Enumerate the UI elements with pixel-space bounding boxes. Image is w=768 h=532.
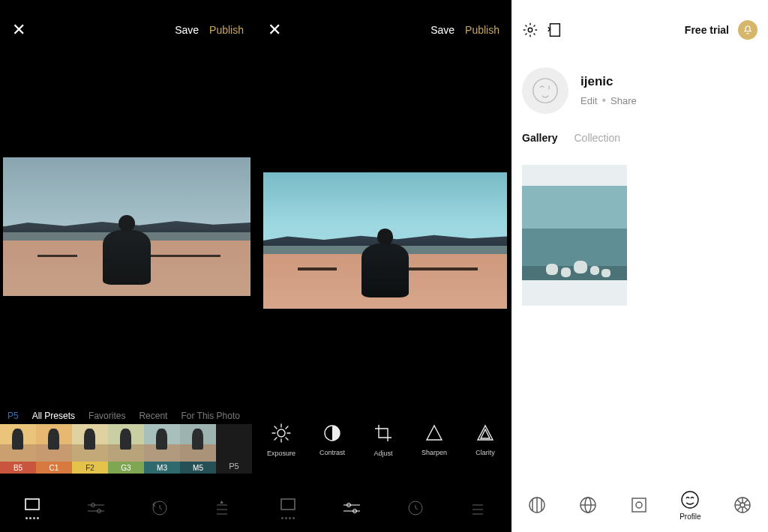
profile-icon xyxy=(680,490,700,510)
preset-strip: B5 C1 F2 G3 M3 M5 P5 xyxy=(0,424,256,474)
tool-adjust[interactable]: Adjust xyxy=(358,423,409,457)
editor-tools-screen: ✕ Save Publish Exposure Contrast xyxy=(256,0,512,532)
preset-c1[interactable]: C1 xyxy=(36,424,72,474)
svg-line-50 xyxy=(744,500,748,504)
nav-studio[interactable] xyxy=(630,496,648,514)
svg-point-40 xyxy=(636,502,642,508)
username: ijenic xyxy=(580,74,637,89)
preset-f2[interactable]: F2 xyxy=(72,424,108,474)
history-icon xyxy=(151,499,169,517)
close-icon[interactable]: ✕ xyxy=(268,20,281,40)
tool-sharpen[interactable]: Sharpen xyxy=(409,423,460,456)
tool-label: Clarity xyxy=(476,449,495,456)
nav-presets[interactable] xyxy=(17,498,47,519)
svg-line-14 xyxy=(274,426,277,429)
recipes-icon xyxy=(214,501,233,516)
tab-recent[interactable]: Recent xyxy=(139,411,167,421)
tool-clarity[interactable]: Clarity xyxy=(460,423,511,456)
tab-all-presets[interactable]: All Presets xyxy=(32,411,75,421)
presets-icon xyxy=(23,498,41,513)
studio-icon xyxy=(630,496,648,514)
tool-contrast[interactable]: Contrast xyxy=(307,423,358,456)
edit-profile-link[interactable]: Edit xyxy=(580,95,597,106)
svg-rect-39 xyxy=(632,498,646,512)
preview-image[interactable] xyxy=(263,172,507,309)
sharpen-icon xyxy=(424,423,444,443)
nav-feed[interactable] xyxy=(527,495,547,515)
avatar[interactable] xyxy=(522,67,568,114)
preset-m5[interactable]: M5 xyxy=(180,424,216,474)
bottom-nav xyxy=(0,484,256,532)
nav-profile[interactable]: Profile xyxy=(680,490,700,521)
nav-label: Profile xyxy=(680,513,700,521)
save-button[interactable]: Save xyxy=(430,24,454,36)
svg-line-48 xyxy=(737,500,741,504)
preset-category-tabs: P5 All Presets Favorites Recent For This… xyxy=(0,411,256,421)
nav-history[interactable] xyxy=(400,499,430,517)
publish-button[interactable]: Publish xyxy=(465,24,500,36)
close-icon[interactable]: ✕ xyxy=(12,20,26,40)
crop-icon xyxy=(373,423,394,444)
bottom-nav: Profile xyxy=(512,478,768,532)
svg-rect-19 xyxy=(281,499,295,510)
notifications-icon[interactable] xyxy=(738,20,758,40)
tab-gallery[interactable]: Gallery xyxy=(522,132,557,144)
exposure-icon xyxy=(271,423,292,444)
recipes-icon xyxy=(470,501,489,516)
tool-exposure[interactable]: Exposure xyxy=(256,423,307,457)
tab-favorites[interactable]: Favorites xyxy=(88,411,125,421)
adjust-tools: Exposure Contrast Adjust Sharpen Clarity… xyxy=(256,406,512,474)
preset-b5[interactable]: B5 xyxy=(0,424,36,474)
svg-line-15 xyxy=(286,438,288,440)
clarity-icon xyxy=(476,423,495,443)
share-profile-link[interactable]: Share xyxy=(610,95,637,106)
svg-line-51 xyxy=(737,507,741,511)
add-to-device-icon[interactable] xyxy=(546,22,562,38)
svg-rect-0 xyxy=(26,499,39,510)
avatar-placeholder-icon xyxy=(532,78,558,103)
tool-label: Adjust xyxy=(374,450,392,457)
nav-sliders[interactable] xyxy=(337,501,367,516)
svg-line-49 xyxy=(744,507,748,511)
presets-icon xyxy=(279,498,297,513)
wheel-icon xyxy=(733,495,752,515)
nav-recipes[interactable] xyxy=(464,501,494,516)
nav-history[interactable] xyxy=(145,499,175,517)
preset-code[interactable]: P5 xyxy=(8,411,19,421)
profile-header: ijenic Edit•Share xyxy=(512,60,768,132)
globe-icon xyxy=(578,495,598,515)
tab-collection[interactable]: Collection xyxy=(574,132,620,144)
save-button[interactable]: Save xyxy=(175,24,199,36)
header: Free trial xyxy=(512,0,768,60)
bottom-nav xyxy=(256,484,512,532)
preview-image[interactable] xyxy=(3,157,250,296)
svg-line-16 xyxy=(286,426,288,429)
svg-point-43 xyxy=(740,503,745,507)
editor-presets-screen: ✕ Save Publish P5 All Presets Favorites … xyxy=(0,0,256,532)
contrast-icon xyxy=(322,423,342,443)
nav-spaces[interactable] xyxy=(733,495,752,515)
history-icon xyxy=(406,499,424,517)
svg-point-28 xyxy=(528,28,532,32)
preset-m3[interactable]: M3 xyxy=(144,424,180,474)
header: ✕ Save Publish xyxy=(0,0,256,60)
nav-discover[interactable] xyxy=(578,495,598,515)
nav-sliders[interactable] xyxy=(81,501,111,516)
profile-screen: Free trial ijenic Edit•Share Gallery Col… xyxy=(512,0,768,532)
publish-button[interactable]: Publish xyxy=(209,24,244,36)
gear-icon[interactable] xyxy=(522,22,538,38)
tab-for-this-photo[interactable]: For This Photo xyxy=(181,411,239,421)
svg-point-9 xyxy=(278,429,285,437)
sliders-icon xyxy=(86,501,106,516)
preset-p5-selected[interactable]: P5 xyxy=(216,424,252,474)
tool-label: Exposure xyxy=(267,450,296,457)
nav-presets[interactable] xyxy=(273,498,303,519)
free-trial-button[interactable]: Free trial xyxy=(685,24,729,36)
preset-g3[interactable]: G3 xyxy=(108,424,144,474)
feed-icon xyxy=(527,495,547,515)
svg-rect-29 xyxy=(550,24,560,37)
gallery-thumbnail[interactable] xyxy=(522,165,627,306)
nav-recipes[interactable] xyxy=(208,501,238,516)
header: ✕ Save Publish xyxy=(256,0,512,60)
tool-label: Contrast xyxy=(320,449,345,456)
